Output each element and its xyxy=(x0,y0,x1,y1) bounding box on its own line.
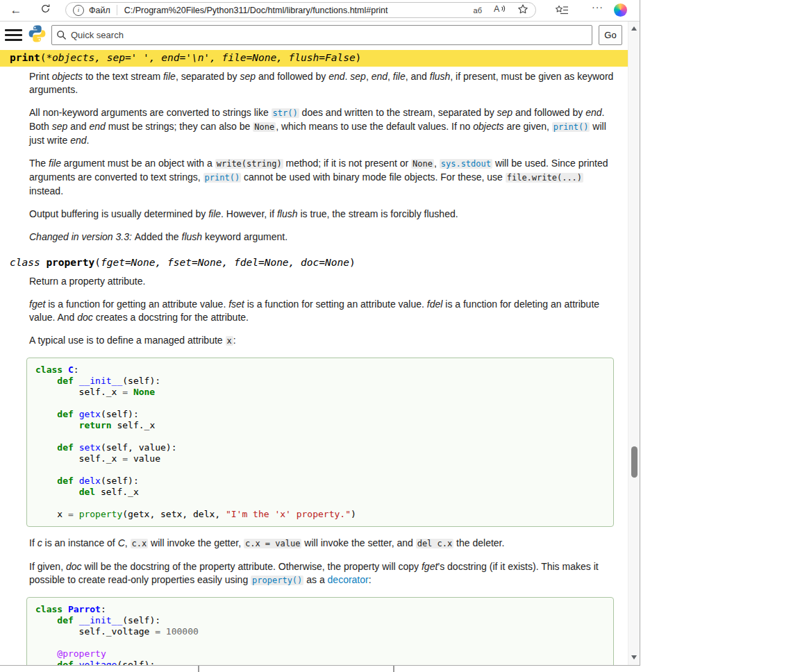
url-text[interactable]: C:/Program%20Files/Python311/Doc/html/li… xyxy=(124,6,467,15)
code-link[interactable]: print() xyxy=(203,173,242,183)
code-link[interactable]: str() xyxy=(272,108,299,118)
menu-icon[interactable] xyxy=(4,25,23,45)
code-class-c: class C: def __init__(self): self._x = N… xyxy=(35,364,605,520)
property-paragraph-1: Return a property attribute. xyxy=(29,275,617,288)
python-logo-icon[interactable] xyxy=(28,24,47,47)
address-bar-icons: аб A xyxy=(474,3,528,17)
translate-icon[interactable]: аб xyxy=(474,6,482,15)
property-paragraph-2: fget is a function for getting an attrib… xyxy=(29,298,617,324)
read-aloud-icon[interactable]: A xyxy=(494,3,506,17)
print-paragraph-1: Print objects to the text stream file, s… xyxy=(29,70,617,96)
svg-text:A: A xyxy=(494,4,500,14)
go-button[interactable]: Go xyxy=(599,25,622,45)
search-box xyxy=(51,25,592,45)
refresh-icon[interactable] xyxy=(36,1,54,19)
refresh-glyph xyxy=(40,3,51,14)
property-signature: class property(fget=None, fset=None, fde… xyxy=(0,255,628,271)
print-changed-note: Changed in version 3.3: Added the flush … xyxy=(29,230,617,244)
print-paragraph-3: The file argument must be an object with… xyxy=(29,157,617,198)
scroll-up-arrow[interactable] xyxy=(631,26,637,31)
edge-tick xyxy=(393,666,394,672)
browser-window: ← i Файл C:/Program%20Files/Python311/Do… xyxy=(0,0,640,666)
search-input[interactable] xyxy=(51,25,592,45)
back-button[interactable]: ← xyxy=(7,1,25,19)
browser-toolbar: ← i Файл C:/Program%20Files/Python311/Do… xyxy=(0,0,640,22)
add-favorite-star-icon[interactable] xyxy=(517,3,528,17)
print-signature: print(*objects, sep=' ', end='\n', file=… xyxy=(0,50,628,67)
settings-more-icon[interactable]: ··· xyxy=(588,1,608,13)
property-paragraph-3: A typical use is to define a managed att… xyxy=(29,334,617,348)
code-link[interactable]: sys.stdout xyxy=(440,159,492,169)
docs-page: Go print(*objects, sep=' ', end='\n', fi… xyxy=(0,22,628,665)
docs-topbar: Go xyxy=(0,22,628,49)
address-bar[interactable]: i Файл C:/Program%20Files/Python311/Doc/… xyxy=(65,2,536,18)
code-example-class-parrot: class Parrot: def __init__(self): self._… xyxy=(26,597,614,665)
property-paragraph-5: If given, doc will be the docstring of t… xyxy=(29,560,617,587)
property-paragraph-4: If c is an instance of C, c.x will invok… xyxy=(29,537,617,551)
scrollbar[interactable] xyxy=(628,22,640,665)
text-link[interactable]: decorator xyxy=(328,574,369,585)
edge-tick xyxy=(198,666,199,672)
code-class-parrot: class Parrot: def __init__(self): self._… xyxy=(35,604,605,665)
code-example-class-c: class C: def __init__(self): self._x = N… xyxy=(26,358,614,527)
page-info-icon[interactable]: i xyxy=(73,5,84,16)
window-bottom-edge xyxy=(0,666,640,672)
code-link[interactable]: property() xyxy=(251,576,303,585)
favorites-icon[interactable] xyxy=(556,4,569,19)
address-divider xyxy=(117,5,117,15)
scroll-thumb[interactable] xyxy=(631,446,638,478)
file-protocol-badge: Файл xyxy=(89,6,110,15)
property-description: Return a property attribute. fget is a f… xyxy=(29,275,617,665)
search-icon xyxy=(56,30,67,44)
print-paragraph-2: All non-keyword arguments are converted … xyxy=(29,106,617,147)
screen: { "browser": { "url": "C:/Program%20File… xyxy=(0,0,800,672)
scroll-down-arrow[interactable] xyxy=(631,655,637,660)
print-paragraph-4: Output buffering is usually determined b… xyxy=(29,208,617,221)
function-definitions: print(*objects, sep=' ', end='\n', file=… xyxy=(0,50,628,665)
copilot-icon[interactable] xyxy=(614,3,627,17)
code-link[interactable]: print() xyxy=(552,122,590,132)
print-description: Print objects to the text stream file, s… xyxy=(29,70,617,244)
